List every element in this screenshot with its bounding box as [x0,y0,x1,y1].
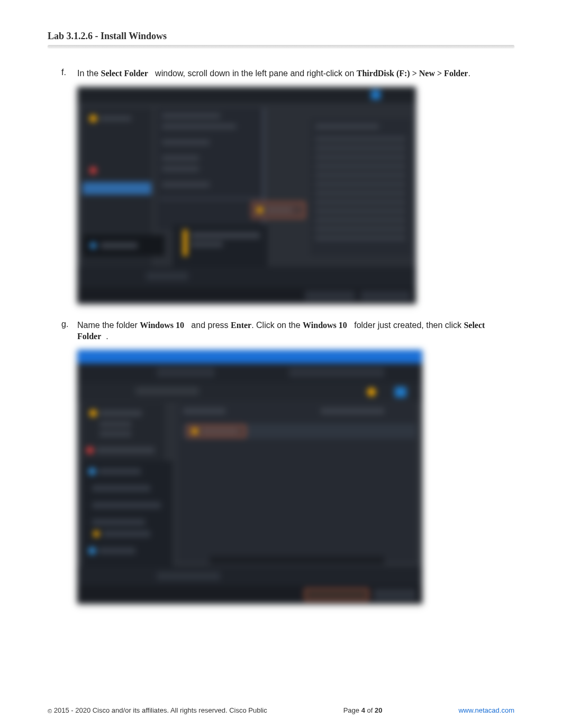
svg-rect-42 [146,272,188,280]
svg-rect-28 [315,124,379,129]
svg-rect-30 [315,146,405,150]
svg-rect-15 [162,156,199,161]
svg-point-68 [93,531,99,537]
svg-rect-54 [395,387,406,397]
screenshot-f [77,87,416,304]
svg-rect-41 [77,267,416,288]
text: Name the folder [77,321,140,330]
svg-rect-3 [83,108,151,283]
svg-rect-71 [98,548,135,554]
text: . [468,69,470,78]
svg-rect-33 [315,173,405,177]
svg-rect-57 [99,410,142,416]
svg-rect-79 [210,556,384,565]
step-f: f. In the Select Folder window, scroll d… [61,68,514,79]
step-body: Name the folder Windows 10 and press Ent… [77,320,514,342]
text: Page [343,706,361,714]
svg-point-63 [88,468,96,475]
bold-text: ThirdDisk (F:) > New > Folder [357,69,468,78]
svg-rect-36 [315,200,405,204]
svg-rect-69 [103,531,150,537]
svg-rect-61 [96,447,155,453]
svg-rect-81 [157,572,220,580]
svg-rect-24 [183,230,187,256]
svg-rect-2 [371,90,380,99]
svg-rect-35 [315,191,405,195]
text: In the [77,69,101,78]
text: folder just created, then click [352,321,464,330]
svg-rect-83 [305,589,368,600]
svg-rect-1 [77,87,416,103]
svg-rect-73 [183,408,225,414]
svg-point-77 [192,428,198,434]
screenshot-g [77,350,422,604]
svg-rect-38 [315,218,405,222]
svg-point-60 [86,447,94,454]
svg-rect-5 [99,116,131,121]
svg-point-9 [90,242,96,249]
svg-rect-29 [315,137,405,141]
header-rule [48,45,514,48]
svg-rect-17 [162,182,210,187]
svg-rect-50 [289,368,384,377]
svg-rect-80 [77,567,422,586]
svg-rect-59 [99,431,131,436]
screenshot-g-container [77,350,514,604]
footer-pagenum: Page 4 of 20 [343,706,383,714]
svg-rect-25 [191,232,260,239]
step-g: g. Name the folder Windows 10 and press … [61,320,514,342]
screenshot-f-container [77,87,514,304]
bold-text: Enter [231,321,251,330]
svg-rect-65 [92,485,150,492]
svg-rect-47 [77,350,422,363]
text: . [106,332,108,341]
copyright-text: 2015 - 2020 Cisco and/or its affiliates.… [52,706,267,714]
svg-point-4 [89,115,97,122]
bold-text: Windows 10 [303,321,347,330]
text: . Click on the [251,321,303,330]
text: of [365,706,375,714]
svg-point-21 [257,207,263,213]
copyright-symbol: © [48,708,52,714]
svg-rect-12 [162,113,220,119]
svg-rect-66 [92,502,161,508]
svg-rect-52 [135,387,199,395]
text: and press [189,321,231,330]
svg-rect-82 [77,586,422,604]
svg-rect-58 [99,422,131,427]
svg-rect-34 [315,182,405,186]
footer-url[interactable]: www.netacad.com [458,706,514,714]
step-body: In the Select Folder window, scroll down… [77,68,514,79]
svg-rect-18 [159,198,262,199]
svg-rect-7 [83,182,151,195]
svg-rect-44 [305,291,355,301]
bold-text: Select Folder [101,69,148,78]
step-letter: f. [61,68,77,79]
svg-rect-31 [315,155,405,159]
text: window, scroll down in the left pane and… [153,69,357,78]
svg-rect-74 [321,408,384,414]
svg-rect-84 [374,589,416,600]
svg-rect-40 [315,236,405,240]
footer-copyright: © 2015 - 2020 Cisco and/or its affiliate… [48,706,267,714]
svg-rect-39 [315,227,405,231]
svg-rect-14 [162,140,210,145]
svg-rect-67 [92,519,145,525]
svg-rect-64 [98,468,141,475]
svg-rect-22 [266,207,292,213]
svg-point-6 [89,167,97,174]
svg-rect-16 [162,166,199,171]
svg-rect-78 [201,429,238,434]
svg-rect-10 [101,242,138,249]
svg-rect-45 [360,291,411,301]
page-header: Lab 3.1.2.6 - Install Windows [48,31,514,42]
step-letter: g. [61,320,77,342]
svg-point-56 [89,410,97,417]
page-current: 4 [361,706,365,714]
svg-rect-26 [191,242,223,247]
svg-point-70 [88,547,96,554]
svg-rect-13 [162,124,236,129]
bold-text: Windows 10 [140,321,184,330]
svg-rect-37 [315,209,405,213]
page-footer: © 2015 - 2020 Cisco and/or its affiliate… [48,706,514,714]
